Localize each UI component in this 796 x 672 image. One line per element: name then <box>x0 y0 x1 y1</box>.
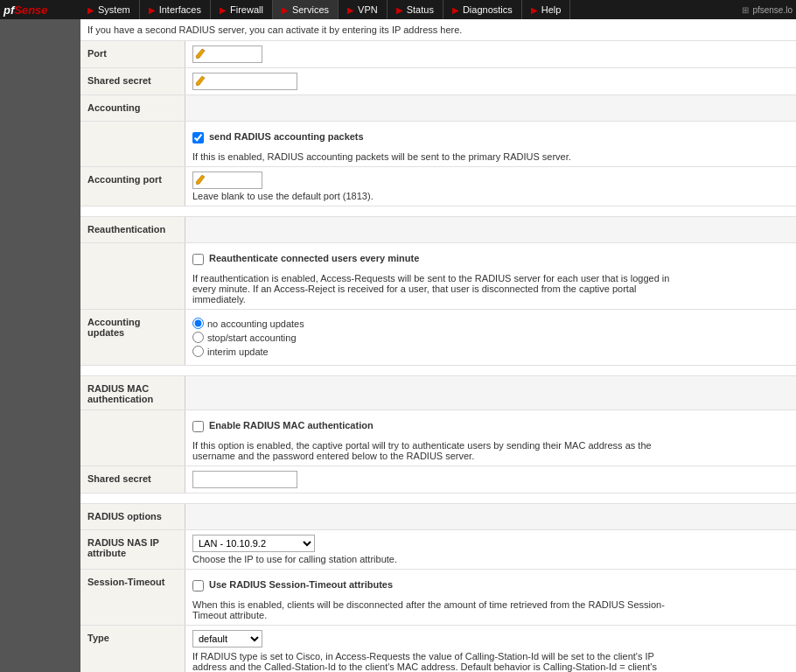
mac-shared-secret-label: Shared secret <box>80 466 185 493</box>
mac-checkbox-field: Enable RADIUS MAC authentication If this… <box>185 410 796 466</box>
spacer-1 <box>80 206 796 217</box>
mac-checkbox-row: Enable RADIUS MAC authentication If this… <box>80 410 796 466</box>
reauth-checkbox-wrapper: Reauthenticate connected users every min… <box>192 248 789 270</box>
radius-options-label: RADIUS options <box>80 504 185 529</box>
accounting-info-text: If this is enabled, RADIUS accounting pa… <box>192 151 789 162</box>
radio-no-accounting-input[interactable] <box>192 318 204 329</box>
radio-stop-start-input[interactable] <box>192 332 204 343</box>
nav-services[interactable]: ▶ Services <box>273 0 339 19</box>
session-timeout-row: Session-Timeout Use RADIUS Session-Timeo… <box>80 570 796 626</box>
accounting-checkbox-row: send RADIUS accounting packets If this i… <box>80 122 796 167</box>
session-timeout-info: When this is enabled, clients will be di… <box>192 599 674 620</box>
radius-options-header-row: RADIUS options <box>80 504 796 530</box>
logo: pfSense <box>3 4 48 17</box>
mac-auth-checkbox[interactable] <box>192 421 204 432</box>
nav-help-arrow: ▶ <box>531 5 538 15</box>
top-navigation: pfSense ▶ System ▶ Interfaces ▶ Firewall… <box>0 0 796 19</box>
nav-vpn-arrow: ▶ <box>347 5 354 15</box>
nav-status-arrow: ▶ <box>396 5 403 15</box>
reauth-checkbox[interactable] <box>192 254 204 265</box>
mac-info-text: If this option is enabled, the captive p… <box>192 440 674 461</box>
nav-firewall[interactable]: ▶ Firewall <box>211 0 273 19</box>
radius-options-header-field <box>185 504 796 529</box>
second-radius-info-text: If you have a second RADIUS server, you … <box>87 24 462 35</box>
second-radius-info-row: If you have a second RADIUS server, you … <box>80 19 796 41</box>
reauth-checkbox-label: Reauthenticate connected users every min… <box>209 253 419 263</box>
radio-no-accounting: no accounting updates <box>192 318 789 329</box>
nas-ip-hint: Choose the IP to use for calling station… <box>192 554 789 564</box>
reauth-header-field <box>185 217 796 242</box>
nav-status[interactable]: ▶ Status <box>388 0 443 19</box>
shared-secret-input[interactable] <box>192 73 297 90</box>
mac-shared-secret-row: Shared secret <box>80 466 796 494</box>
accounting-header-row: Accounting <box>80 95 796 122</box>
nav-status-label: Status <box>407 4 434 15</box>
nav-vpn[interactable]: ▶ VPN <box>339 0 388 19</box>
reauth-checkbox-row: Reauthenticate connected users every min… <box>80 243 796 310</box>
type-select[interactable]: default <box>192 630 262 648</box>
radio-no-accounting-label: no accounting updates <box>207 318 304 329</box>
accounting-port-hint: Leave blank to use the default port (181… <box>192 191 789 201</box>
nav-diagnostics-arrow: ▶ <box>452 5 459 15</box>
radio-stop-start-label: stop/start accounting <box>207 332 297 343</box>
shared-secret-row: Shared secret <box>80 68 796 95</box>
mac-empty-label <box>80 410 185 466</box>
port-input-wrapper <box>192 46 262 63</box>
mac-auth-header-row: RADIUS MAC authentication <box>80 376 796 410</box>
accounting-port-input[interactable] <box>192 172 262 189</box>
accounting-port-field: Leave blank to use the default port (181… <box>185 167 796 206</box>
nav-interfaces-label: Interfaces <box>159 4 201 15</box>
type-field: default If RADIUS type is set to Cisco, … <box>185 626 796 672</box>
nav-firewall-arrow: ▶ <box>220 5 227 15</box>
type-info: If RADIUS type is set to Cisco, in Acces… <box>192 651 674 672</box>
nas-ip-label: RADIUS NAS IP attribute <box>80 530 185 569</box>
accounting-checkbox-label: send RADIUS accounting packets <box>209 131 364 142</box>
nav-firewall-label: Firewall <box>230 4 263 15</box>
nav-interfaces-arrow: ▶ <box>149 5 156 15</box>
accounting-empty-label <box>80 122 185 166</box>
type-row: Type default If RADIUS type is set to Ci… <box>80 626 796 672</box>
logo-sense: Sense <box>14 4 47 17</box>
port-input[interactable] <box>192 46 262 63</box>
radio-stop-start: stop/start accounting <box>192 332 789 343</box>
nav-help[interactable]: ▶ Help <box>522 0 571 19</box>
nav-help-label: Help <box>541 4 562 15</box>
nas-ip-field: LAN - 10.10.9.2 Choose the IP to use for… <box>185 530 796 569</box>
main-layout: If you have a second RADIUS server, you … <box>0 19 796 672</box>
nav-diagnostics[interactable]: ▶ Diagnostics <box>443 0 522 19</box>
logo-area: pfSense <box>0 0 79 19</box>
nav-hostname: ⊞ pfsense.lo <box>742 0 796 19</box>
mac-auth-label: RADIUS MAC authentication <box>80 376 185 410</box>
spacer-2 <box>80 366 796 376</box>
mac-auth-header-field <box>185 376 796 410</box>
nav-interfaces[interactable]: ▶ Interfaces <box>140 0 211 19</box>
accounting-updates-row: Accounting updates no accounting updates… <box>80 310 796 366</box>
nav-services-arrow: ▶ <box>282 5 289 15</box>
nav-system-arrow: ▶ <box>87 5 94 15</box>
port-row: Port <box>80 41 796 68</box>
accounting-updates-label: Accounting updates <box>80 310 185 365</box>
nav-vpn-label: VPN <box>358 4 378 15</box>
shared-secret-input-wrapper <box>192 73 297 90</box>
session-timeout-checkbox-label: Use RADIUS Session-Timeout attributes <box>209 579 393 590</box>
content-area: If you have a second RADIUS server, you … <box>80 19 796 672</box>
nav-diagnostics-label: Diagnostics <box>463 4 513 15</box>
session-timeout-label: Session-Timeout <box>80 570 185 625</box>
nas-ip-select[interactable]: LAN - 10.10.9.2 <box>192 535 315 552</box>
nas-ip-row: RADIUS NAS IP attribute LAN - 10.10.9.2 … <box>80 530 796 570</box>
form-container: If you have a second RADIUS server, you … <box>80 19 796 672</box>
radio-interim-input[interactable] <box>192 346 204 357</box>
session-timeout-checkbox[interactable] <box>192 580 204 592</box>
mac-shared-secret-field <box>185 466 796 493</box>
sidebar <box>0 19 80 672</box>
accounting-checkbox[interactable] <box>192 132 204 144</box>
type-label: Type <box>80 626 185 672</box>
accounting-port-row: Accounting port Leave blank to use the d… <box>80 167 796 206</box>
accounting-updates-radio-group: no accounting updates stop/start account… <box>192 314 789 360</box>
mac-checkbox-label: Enable RADIUS MAC authentication <box>209 420 374 430</box>
nav-system[interactable]: ▶ System <box>79 0 140 19</box>
nav-system-label: System <box>98 4 130 15</box>
mac-shared-secret-input[interactable] <box>192 471 297 488</box>
accounting-port-label: Accounting port <box>80 167 185 206</box>
mac-checkbox-wrapper: Enable RADIUS MAC authentication <box>192 415 789 438</box>
